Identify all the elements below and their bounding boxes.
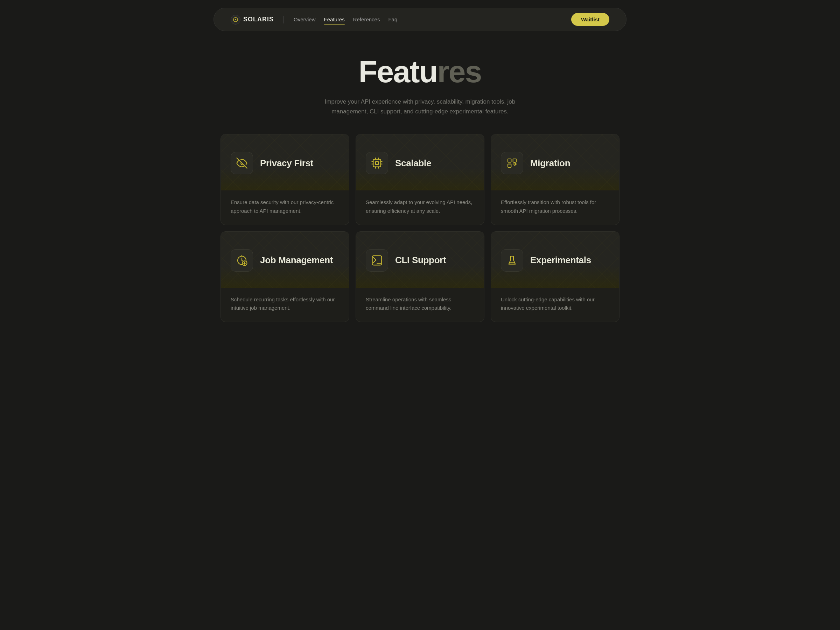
experimentals-icon-wrap [501,249,523,272]
card-scalable: Scalable Seamlessly adapt to your evolvi… [355,134,485,225]
svg-rect-3 [373,159,381,167]
card-desc-cli: Streamline operations with seamless comm… [366,295,474,313]
page-title: Features [7,56,833,87]
card-top-job: Job Management [221,232,349,288]
title-gray: res [437,54,481,89]
terminal-icon [371,255,382,266]
card-top-cli: CLI Support [356,232,484,288]
logo[interactable]: SOLARIS [231,15,274,25]
migration-icon [507,158,518,169]
card-title-migration: Migration [530,158,570,169]
cli-icon-wrap [366,249,388,272]
card-title-cli: CLI Support [395,255,446,266]
nav-link-overview[interactable]: Overview [294,16,316,24]
features-grid: Privacy First Ensure data security with … [213,134,627,322]
card-privacy: Privacy First Ensure data security with … [221,134,349,225]
eye-off-icon [236,158,248,169]
svg-rect-4 [376,162,378,164]
nav-link-features[interactable]: Features [324,16,345,24]
logo-icon [231,15,240,25]
card-desc-privacy: Ensure data security with our privacy-ce… [231,198,339,216]
logo-text: SOLARIS [243,16,274,23]
card-top-experimentals: Experimentals [491,232,619,288]
card-body-privacy: Ensure data security with our privacy-ce… [221,190,349,225]
card-job: Job Management Schedule recurring tasks … [221,231,349,322]
card-desc-scalable: Seamlessly adapt to your evolving API ne… [366,198,474,216]
scalable-icon-wrap [366,152,388,174]
card-top-scalable: Scalable [356,134,484,190]
card-body-experimentals: Unlock cutting-edge capabilities with ou… [491,288,619,322]
card-body-cli: Streamline operations with seamless comm… [356,288,484,322]
hero-section: Features Improve your API experience wit… [0,35,840,134]
main-nav: SOLARIS Overview Features References Faq… [213,8,627,31]
title-white: Featu [359,54,437,89]
card-body-migration: Effortlessly transition with robust tool… [491,190,619,225]
card-desc-migration: Effortlessly transition with robust tool… [501,198,609,216]
card-body-scalable: Seamlessly adapt to your evolving API ne… [356,190,484,225]
card-title-scalable: Scalable [395,158,431,169]
job-icon-wrap [231,249,253,272]
beaker-icon [507,255,518,266]
nav-item-overview[interactable]: Overview [294,16,316,23]
card-top-migration: Migration [491,134,619,190]
privacy-icon-wrap [231,152,253,174]
card-experimentals: Experimentals Unlock cutting-edge capabi… [491,231,619,322]
nav-left: SOLARIS Overview Features References Faq [231,15,397,25]
nav-item-features[interactable]: Features [324,16,345,23]
card-desc-experimentals: Unlock cutting-edge capabilities with ou… [501,295,609,313]
card-cli: CLI Support Streamline operations with s… [355,231,485,322]
card-migration: Migration Effortlessly transition with r… [491,134,619,225]
nav-item-faq[interactable]: Faq [388,16,397,23]
card-title-privacy: Privacy First [260,158,313,169]
nav-links: Overview Features References Faq [294,16,397,23]
card-top-privacy: Privacy First [221,134,349,190]
nav-item-references[interactable]: References [353,16,380,23]
clock-plus-icon [236,255,248,266]
svg-rect-15 [508,164,511,167]
cpu-icon [371,158,382,169]
card-desc-job: Schedule recurring tasks effortlessly wi… [231,295,339,313]
nav-link-references[interactable]: References [353,16,380,24]
hero-subtitle: Improve your API experience with privacy… [311,97,529,117]
card-body-job: Schedule recurring tasks effortlessly wi… [221,288,349,322]
nav-link-faq[interactable]: Faq [388,16,397,24]
waitlist-button[interactable]: Waitlist [571,13,609,26]
svg-rect-14 [513,159,516,162]
svg-rect-13 [508,159,511,162]
card-title-job: Job Management [260,255,333,266]
migration-icon-wrap [501,152,523,174]
card-title-experimentals: Experimentals [530,255,591,266]
svg-point-1 [235,19,236,20]
